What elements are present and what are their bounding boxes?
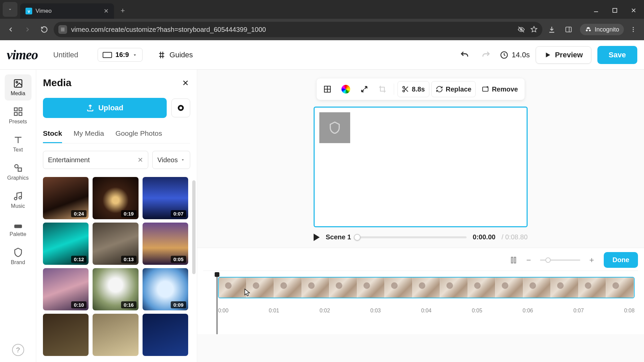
record-button[interactable] [171,99,190,117]
svg-rect-13 [14,113,17,116]
placeholder-block[interactable] [319,112,350,143]
clear-search-icon[interactable]: ✕ [138,156,143,164]
reload-button[interactable] [37,22,52,37]
stock-thumbnail[interactable]: 0:19 [93,177,138,219]
redo-button[interactable] [478,47,494,63]
play-button[interactable] [314,234,320,241]
placeholder-icon [328,121,341,134]
stock-thumbnail[interactable]: 0:10 [43,268,89,310]
remove-button[interactable]: Remove [478,81,522,97]
playhead[interactable] [217,273,217,334]
stock-thumbnail[interactable] [143,314,188,356]
project-title[interactable]: Untitled [53,51,78,59]
rail-label: Brand [11,259,25,265]
scrub-handle[interactable] [354,234,361,241]
svg-rect-20 [15,225,21,228]
panel-scrollbar[interactable] [192,180,196,274]
scene-scrubber[interactable] [357,236,467,238]
stock-thumbnail[interactable] [43,314,89,356]
crop-button[interactable] [374,81,390,97]
address-bar[interactable]: vimeo.com/create/customize?hash=storyboa… [54,22,542,37]
incognito-badge[interactable]: Incognito [580,24,624,35]
search-input[interactable]: Entertainment ✕ [43,151,148,169]
address-bar-row: vimeo.com/create/customize?hash=storyboa… [0,19,644,40]
stock-thumbnail[interactable]: 0:13 [93,223,138,265]
browser-menu-icon[interactable] [626,22,641,37]
media-type-select[interactable]: Videos [152,151,190,169]
save-button[interactable]: Save [597,46,637,64]
canvas-stage[interactable] [314,107,528,227]
svg-point-6 [633,29,634,30]
tab-stock[interactable]: Stock [43,129,62,143]
upload-button[interactable]: Upload [43,98,167,118]
maximize-button[interactable] [608,5,622,16]
total-duration[interactable]: 14.0s [500,51,530,59]
chevron-down-icon [132,52,138,58]
minimize-button[interactable] [589,5,603,16]
bookmark-star-icon[interactable] [530,26,538,33]
stock-thumbnail[interactable]: 0:05 [143,223,188,265]
color-button[interactable] [337,81,354,97]
rail-label: Media [11,90,25,97]
new-tab-button[interactable]: + [116,4,129,17]
side-panel-icon[interactable] [561,22,576,37]
fit-timeline-button[interactable] [507,254,520,266]
clip-frame [247,278,274,298]
downloads-icon[interactable] [544,22,559,37]
vimeo-logo[interactable]: vimeo [7,47,38,63]
aspect-ratio-selector[interactable]: 16:9 [98,48,143,62]
upload-label: Upload [98,104,123,112]
back-button[interactable] [3,22,18,37]
rail-music[interactable]: Music [5,187,32,213]
stock-thumbnail[interactable]: 0:07 [143,177,188,219]
close-window-button[interactable] [627,5,641,16]
panel-close-button[interactable]: ✕ [182,78,189,88]
stock-thumbnail[interactable]: 0:24 [43,177,89,219]
undo-button[interactable] [457,47,472,63]
done-button[interactable]: Done [604,252,638,268]
media-source-tabs: Stock My Media Google Photos [43,129,190,143]
rail-media[interactable]: Media [5,74,32,101]
preview-button[interactable]: Preview [536,46,591,64]
search-value: Entertainment [48,156,90,164]
stock-thumbnail[interactable]: 0:09 [143,268,188,310]
svg-point-24 [403,86,405,88]
forward-button[interactable] [20,22,35,37]
media-panel: Media ✕ Upload Stock My Media Google Pho… [36,70,197,362]
svg-rect-12 [19,108,22,111]
total-time: / 0:08.80 [501,233,528,241]
zoom-handle[interactable] [545,257,551,263]
trim-button[interactable]: 8.8s [397,81,429,97]
close-tab-icon[interactable]: ✕ [104,7,109,15]
guides-button[interactable]: Guides [157,51,193,59]
zoom-in-button[interactable]: + [588,255,596,265]
layout-button[interactable] [319,81,335,97]
stock-thumbnail[interactable]: 0:16 [93,268,138,310]
color-wheel-icon [341,85,350,94]
eye-off-icon[interactable] [518,26,525,33]
expand-button[interactable] [356,81,372,97]
play-icon [544,51,551,59]
rail-palette[interactable]: Palette [5,215,32,241]
replace-button[interactable]: Replace [431,81,476,97]
tab-google-photos[interactable]: Google Photos [115,129,162,143]
site-info-icon[interactable] [58,25,67,34]
tab-search-button[interactable] [3,2,17,17]
tab-my-media[interactable]: My Media [73,129,104,143]
timeline-ruler: 0:000:010:020:030:040:050:060:070:08 [218,308,635,314]
main-area: Media Presets Text Graphics Music Palett… [0,70,644,362]
help-button[interactable]: ? [12,344,24,356]
rail-graphics[interactable]: Graphics [5,159,32,185]
clip-strip[interactable] [218,277,635,298]
clip-frame [551,278,579,298]
rail-brand[interactable]: Brand [5,243,32,269]
current-time: 0:00.00 [473,233,495,241]
rail-presets[interactable]: Presets [5,103,32,129]
zoom-slider[interactable] [540,259,580,261]
stock-thumbnail[interactable]: 0:12 [43,223,89,265]
rail-text[interactable]: Text [5,131,32,157]
browser-tab[interactable]: v Vimeo ✕ [20,3,114,19]
stock-thumbnail[interactable] [93,314,138,356]
zoom-out-button[interactable]: − [525,255,533,265]
svg-rect-16 [18,168,21,171]
